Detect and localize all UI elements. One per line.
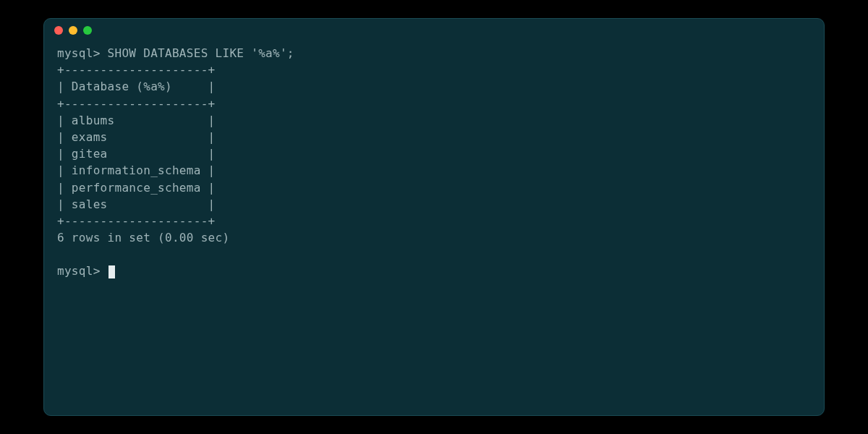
command-text: SHOW DATABASES LIKE '%a%';	[108, 46, 294, 60]
result-summary: 6 rows in set (0.00 sec)	[57, 231, 229, 244]
table-row: | exams |	[57, 130, 216, 144]
prompt: mysql>	[57, 264, 108, 278]
table-row: | gitea |	[57, 147, 216, 161]
table-row: | albums |	[57, 114, 216, 127]
table-border-bottom: +--------------------+	[57, 214, 216, 228]
table-header: | Database (%a%) |	[57, 80, 216, 93]
title-bar	[44, 19, 824, 42]
table-row: | information_schema |	[57, 163, 216, 177]
terminal-window: mysql> SHOW DATABASES LIKE '%a%'; +-----…	[43, 18, 825, 416]
minimize-icon[interactable]	[69, 26, 77, 35]
table-row: | sales |	[57, 197, 216, 211]
prompt: mysql>	[57, 46, 101, 60]
table-row: | performance_schema |	[57, 181, 216, 195]
table-border-mid: +--------------------+	[57, 97, 216, 111]
close-icon[interactable]	[54, 26, 63, 35]
table-border-top: +--------------------+	[57, 63, 216, 77]
terminal-body[interactable]: mysql> SHOW DATABASES LIKE '%a%'; +-----…	[44, 42, 824, 415]
maximize-icon[interactable]	[83, 26, 92, 35]
cursor	[109, 265, 115, 278]
